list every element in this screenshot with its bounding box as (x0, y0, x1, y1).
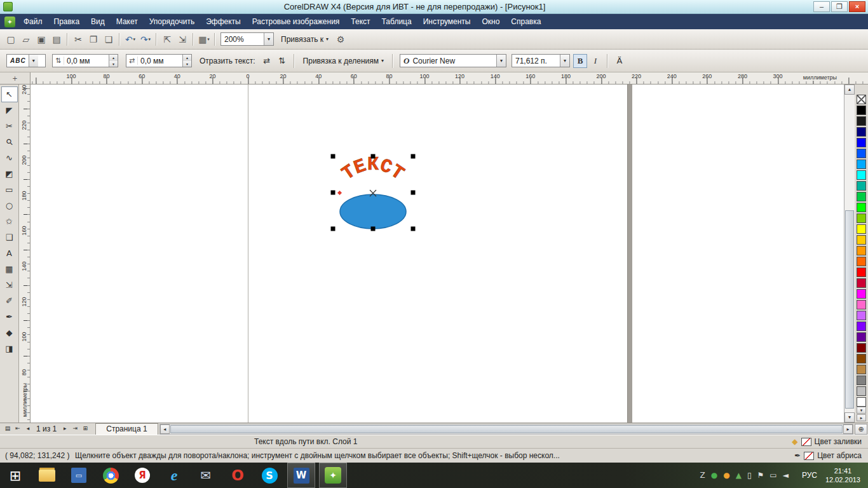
mirror-vertical-button[interactable]: ⇅ (275, 54, 289, 68)
selection-handle[interactable] (411, 191, 416, 195)
import-button[interactable]: ⇱ (159, 32, 175, 46)
tray-notification-icon[interactable]: ● (723, 471, 729, 479)
navigator-zoom-button[interactable]: ⊕ (855, 424, 867, 435)
scroll-right-icon[interactable]: ▸ (843, 424, 853, 434)
interactive-fill-tool[interactable]: ◨ (1, 341, 18, 356)
color-swatch[interactable] (857, 246, 866, 255)
tray-messenger-icon[interactable]: Z (700, 471, 705, 479)
redo-button[interactable]: ↷ (138, 32, 153, 46)
color-swatch[interactable] (857, 95, 866, 104)
spinner-up-icon[interactable]: ▴ (109, 55, 118, 61)
color-swatch[interactable] (857, 386, 866, 396)
dimension-tool[interactable]: ⇲ (1, 277, 18, 293)
ellipse-tool[interactable]: ○ (1, 198, 18, 214)
vertical-scrollbar-thumb[interactable] (845, 210, 854, 409)
color-swatch[interactable] (857, 138, 866, 147)
text-tool[interactable]: А (1, 245, 18, 261)
ruler-origin-button[interactable]: + (0, 72, 31, 84)
color-swatch[interactable] (857, 149, 866, 158)
distance-from-path-value[interactable]: 0,0 мм (64, 57, 109, 65)
clock[interactable]: 21:41 12.02.2013 (825, 466, 863, 485)
language-indicator[interactable]: РУС (799, 471, 820, 480)
chevron-down-icon[interactable]: ▾ (29, 55, 38, 67)
eyedropper-tool[interactable]: ✐ (1, 293, 18, 309)
first-page-button[interactable]: ⇤ (13, 424, 23, 434)
rectangle-tool[interactable]: ▭ (1, 182, 18, 198)
menu-view[interactable]: Вид (85, 14, 111, 29)
chrome-icon[interactable] (97, 463, 125, 488)
menu-tools[interactable]: Инструменты (417, 14, 477, 29)
color-swatch[interactable] (857, 300, 866, 309)
color-swatch[interactable] (857, 105, 866, 115)
spinner-buttons[interactable]: ▴▾ (109, 55, 118, 67)
tick-snapping-dropdown[interactable]: Привязка к делениям ▾ (299, 55, 388, 67)
color-swatch[interactable] (857, 159, 866, 169)
menu-help[interactable]: Справка (505, 14, 546, 29)
color-swatch[interactable] (857, 322, 866, 331)
color-swatch[interactable] (857, 224, 866, 234)
smart-fill-tool[interactable]: ◩ (1, 166, 18, 182)
menu-effects[interactable]: Эффекты (200, 14, 247, 29)
skype-icon[interactable]: S (255, 463, 283, 488)
tray-update-icon[interactable]: ▲ (736, 471, 742, 479)
undo-button[interactable]: ↶ (123, 32, 138, 46)
start-button[interactable]: ⊞ (1, 463, 29, 488)
menu-layout[interactable]: Макет (111, 14, 144, 29)
menu-arrange[interactable]: Упорядочить (144, 14, 200, 29)
word-icon[interactable]: W (287, 463, 315, 488)
export-button[interactable]: ⇲ (175, 32, 190, 46)
menu-window[interactable]: Окно (476, 14, 505, 29)
print-button[interactable]: ▤ (49, 32, 64, 46)
color-swatch[interactable] (857, 397, 866, 407)
font-family-select[interactable]: O Courier New ▾ (400, 54, 506, 67)
selection-handle[interactable] (331, 227, 336, 231)
character-formatting-button[interactable]: Ä (613, 54, 627, 68)
selection-handle[interactable] (331, 191, 336, 195)
blue-ellipse-shape[interactable] (340, 194, 406, 229)
pick-tool[interactable]: ↖ (1, 86, 18, 102)
tray-antivirus-icon[interactable]: ● (711, 471, 717, 479)
next-page-button[interactable]: ▸ (60, 424, 70, 434)
application-launcher-button[interactable]: ▦ (196, 32, 212, 46)
menu-text[interactable]: Текст (345, 14, 376, 29)
selection-handle[interactable] (411, 227, 416, 231)
battery-icon[interactable]: ▯ (747, 471, 752, 479)
color-swatch[interactable] (857, 311, 866, 320)
last-page-button[interactable]: ⇥ (70, 424, 80, 434)
horizontal-offset-input[interactable]: ⇄ 0,0 мм ▴▾ (126, 54, 192, 67)
paste-button[interactable]: ❏ (101, 32, 116, 46)
color-swatch[interactable] (857, 235, 866, 245)
color-swatch[interactable] (857, 203, 866, 212)
color-swatch[interactable] (857, 170, 866, 180)
scroll-left-icon[interactable]: ◂ (160, 424, 170, 434)
menu-table[interactable]: Таблица (376, 14, 417, 29)
color-swatch[interactable] (857, 376, 866, 385)
table-tool[interactable]: ▦ (1, 261, 18, 277)
close-button[interactable]: × (849, 1, 865, 12)
spinner-buttons[interactable]: ▴▾ (182, 55, 191, 67)
scroll-down-icon[interactable]: ▾ (844, 412, 855, 423)
selection-handle[interactable] (371, 227, 376, 231)
text-on-path-preset-select[interactable]: ABC ▾ (6, 54, 46, 67)
internet-explorer-icon[interactable]: e (160, 463, 188, 488)
menu-edit[interactable]: Правка (48, 14, 86, 29)
selection-handle[interactable] (331, 154, 336, 159)
new-document-button[interactable]: ▢ (3, 32, 18, 46)
copy-button[interactable]: ❐ (86, 32, 101, 46)
menu-bitmaps[interactable]: Растровые изображения (247, 14, 346, 29)
polygon-tool[interactable]: ✩ (1, 214, 18, 229)
fill-color-swatch[interactable] (801, 438, 811, 446)
color-swatch[interactable] (857, 127, 866, 137)
options-button[interactable]: ⚙ (333, 32, 348, 46)
my-computer-icon[interactable]: ▭ (65, 463, 93, 488)
color-swatch[interactable] (857, 214, 866, 223)
mirror-horizontal-button[interactable]: ⇄ (260, 54, 274, 68)
selection-handle[interactable] (371, 154, 376, 159)
opera-icon[interactable]: O (224, 463, 252, 488)
add-page-button[interactable]: ⊞ (80, 424, 90, 434)
selected-drawing[interactable]: ТЕКСТ (329, 153, 418, 233)
chevron-down-icon[interactable]: ▾ (560, 55, 569, 67)
horizontal-scrollbar-thumb[interactable] (170, 425, 843, 433)
network-icon[interactable]: ⚑ (757, 471, 764, 479)
minimize-button[interactable]: – (813, 1, 830, 12)
